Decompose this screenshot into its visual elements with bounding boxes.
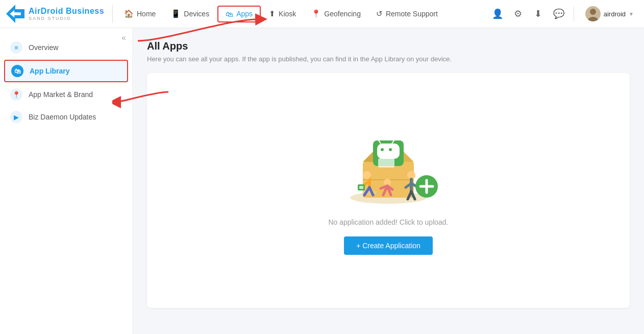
nav-label-devices: Devices [184,10,209,18]
logo-text: AirDroid Business Sand Studio [29,7,104,21]
user-area[interactable]: airdroid ▼ [581,4,638,23]
header: AirDroid Business Sand Studio 🏠 Home 📱 D… [0,0,644,28]
sidebar-item-app-market[interactable]: 📍 App Market & Brand [0,83,132,106]
page-title: All Apps [147,40,630,52]
nav-item-geofencing[interactable]: 📍 Geofencing [304,6,368,21]
svg-rect-17 [378,158,394,168]
user-avatar [585,6,601,21]
nav-items: 🏠 Home 📱 Devices 🛍 Apps ⬆ Kiosk 📍 Geofen… [117,6,490,22]
logo-icon [6,5,24,23]
remote-support-icon: ↺ [376,9,383,18]
app-library-icon: 🛍 [11,65,23,77]
empty-illustration [332,126,444,208]
geofencing-icon: 📍 [311,9,321,18]
sidebar-label-app-library: App Library [30,67,70,75]
main-layout: « ≡ Overview 🛍 App Library 📍 App Market … [0,28,644,334]
nav-label-home: Home [137,10,156,18]
user-dropdown-icon: ▼ [629,11,634,17]
nav-item-devices[interactable]: 📱 Devices [164,6,216,21]
home-icon: 🏠 [124,9,134,18]
page-subtitle: Here you can see all your apps. If the a… [147,55,630,63]
sidebar-label-overview: Overview [29,43,58,52]
svg-point-16 [393,139,395,141]
logo-area: AirDroid Business Sand Studio [6,5,108,23]
svg-point-20 [363,171,371,179]
logo-main: AirDroid Business [29,7,104,16]
content-area: All Apps Here you can see all your apps.… [133,28,644,334]
app-market-icon: 📍 [10,88,22,101]
nav-item-remote-support[interactable]: ↺ Remote Support [369,6,445,21]
svg-point-12 [389,148,392,151]
nav-label-remote-support: Remote Support [386,10,438,18]
header-right: 👤 ⚙ ⬇ 💬 airdroid ▼ [490,4,638,23]
message-icon[interactable]: 💬 [551,6,566,21]
svg-rect-10 [377,144,400,159]
account-icon[interactable]: 👤 [490,6,505,21]
nav-item-kiosk[interactable]: ⬆ Kiosk [262,6,303,21]
svg-point-11 [381,148,384,151]
nav-label-kiosk: Kiosk [279,10,296,18]
empty-state-card[interactable]: No application added! Click to upload. +… [147,73,630,308]
sidebar-collapse-button[interactable]: « [121,33,126,42]
svg-rect-25 [359,186,363,189]
nav-item-apps[interactable]: 🛍 Apps [217,6,261,22]
sidebar-label-biz-daemon: Biz Daemon Updates [29,113,96,121]
header-divider [112,5,113,23]
logo-sub: Sand Studio [29,16,104,21]
avatar-image [585,6,601,21]
sidebar-item-biz-daemon[interactable]: ▶ Biz Daemon Updates [0,106,132,128]
nav-item-home[interactable]: 🏠 Home [117,6,163,21]
sidebar-label-app-market: App Market & Brand [29,90,93,99]
svg-point-14 [378,139,380,141]
apps-icon: 🛍 [226,10,233,18]
nav-label-geofencing: Geofencing [324,10,361,18]
sidebar-item-app-library[interactable]: 🛍 App Library [4,60,128,82]
download-icon[interactable]: ⬇ [531,6,546,21]
header-vertical-divider [574,7,574,21]
sidebar: « ≡ Overview 🛍 App Library 📍 App Market … [0,28,133,334]
svg-point-3 [590,9,596,15]
kiosk-icon: ⬆ [269,9,276,18]
sidebar-item-overview[interactable]: ≡ Overview [0,36,132,59]
devices-icon: 📱 [171,9,181,18]
biz-daemon-icon: ▶ [10,111,22,123]
settings-icon[interactable]: ⚙ [510,6,526,21]
nav-label-apps: Apps [236,10,253,18]
empty-text: No application added! Click to upload. [328,218,448,226]
create-application-button[interactable]: + Create Application [344,236,433,255]
overview-icon: ≡ [10,41,22,54]
user-name: airdroid [604,10,626,18]
